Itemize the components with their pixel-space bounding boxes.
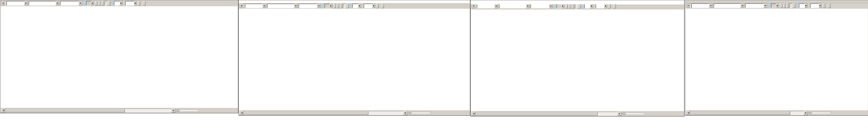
bars-stepper[interactable]	[364, 4, 375, 8]
spin-updown-icon[interactable]	[120, 1, 123, 5]
scroll-right-button[interactable]	[804, 111, 808, 115]
multi-symbol-button[interactable]	[828, 3, 830, 8]
multi-symbol-button[interactable]	[143, 1, 146, 5]
dropdown-arrow-icon[interactable]	[549, 4, 553, 8]
zoom-slider[interactable]	[408, 112, 430, 114]
scroll-right-button[interactable]	[617, 112, 621, 116]
dropdown-arrow-icon[interactable]	[294, 4, 298, 8]
multi-symbol-button[interactable]	[381, 4, 384, 8]
scroll-thumb[interactable]	[690, 111, 790, 115]
bars-stepper[interactable]	[125, 1, 137, 5]
contract-combo[interactable]	[745, 3, 767, 8]
scroll-track[interactable]	[244, 111, 403, 115]
scroll-left-button[interactable]	[471, 112, 475, 116]
dropdown-arrow-icon[interactable]	[24, 1, 28, 5]
spin-updown-icon[interactable]	[561, 4, 564, 8]
period-day-button[interactable]	[780, 3, 782, 8]
scroll-thumb[interactable]	[5, 109, 125, 112]
spin-updown-icon[interactable]	[805, 4, 808, 8]
period-week-button[interactable]	[783, 3, 785, 8]
contract-combo[interactable]	[531, 4, 553, 8]
dropdown-arrow-icon[interactable]	[56, 1, 59, 5]
style-combo[interactable]	[686, 3, 691, 8]
scroll-thumb[interactable]	[244, 111, 368, 115]
spin-updown-icon[interactable]	[91, 1, 94, 5]
style-combo[interactable]	[1, 1, 6, 5]
dropdown-arrow-icon[interactable]	[686, 4, 690, 8]
dropdown-arrow-icon[interactable]	[494, 4, 498, 8]
period-day-button[interactable]	[565, 4, 568, 8]
scroll-track[interactable]	[475, 112, 617, 116]
minute-stepper[interactable]	[352, 4, 361, 8]
period-month-button[interactable]	[572, 4, 574, 8]
dropdown-arrow-icon[interactable]	[526, 4, 530, 8]
dropdown-arrow-icon[interactable]	[472, 4, 475, 8]
zoom-slider-thumb[interactable]	[177, 110, 179, 111]
category-combo[interactable]	[6, 1, 28, 5]
zoom-slider-thumb[interactable]	[623, 113, 625, 115]
zoom-slider[interactable]	[622, 113, 645, 115]
bar-count-stepper[interactable]	[556, 4, 564, 8]
scroll-left-button[interactable]	[1, 109, 5, 112]
spin-updown-icon[interactable]	[776, 4, 779, 8]
dropdown-arrow-icon[interactable]	[741, 4, 744, 8]
spin-updown-icon[interactable]	[329, 4, 332, 8]
spin-updown-icon[interactable]	[134, 1, 137, 5]
bars-stepper[interactable]	[596, 4, 607, 8]
scroll-left-button[interactable]	[239, 111, 243, 115]
category-combo[interactable]	[477, 4, 498, 8]
scroll-thumb[interactable]	[476, 112, 598, 115]
dropdown-arrow-icon[interactable]	[240, 4, 244, 8]
apply-button[interactable]	[608, 4, 611, 8]
instrument-combo[interactable]	[714, 3, 744, 8]
period-minute-button[interactable]	[575, 4, 578, 8]
period-week-button[interactable]	[337, 4, 339, 8]
contract-combo[interactable]	[60, 1, 83, 5]
scroll-right-button[interactable]	[171, 109, 175, 112]
apply-button[interactable]	[138, 1, 140, 5]
category-combo[interactable]	[691, 3, 713, 8]
apply-button[interactable]	[823, 3, 825, 8]
scroll-right-button[interactable]	[403, 111, 407, 115]
period-tick-button[interactable]	[578, 4, 581, 8]
style-combo[interactable]	[472, 4, 476, 8]
style-combo[interactable]	[240, 4, 244, 8]
period-minute-button[interactable]	[789, 3, 792, 8]
scroll-track[interactable]	[690, 111, 804, 115]
period-month-button[interactable]	[786, 3, 789, 8]
period-month-button[interactable]	[101, 1, 104, 5]
instrument-combo[interactable]	[499, 4, 530, 8]
minute-stepper[interactable]	[584, 4, 593, 8]
zoom-slider-thumb[interactable]	[408, 112, 411, 114]
minute-stepper[interactable]	[799, 3, 808, 8]
instrument-combo[interactable]	[29, 1, 59, 5]
period-tick-button[interactable]	[793, 3, 795, 8]
spin-updown-icon[interactable]	[604, 4, 607, 8]
dropdown-arrow-icon[interactable]	[317, 4, 321, 8]
period-minute-button[interactable]	[343, 4, 345, 8]
bar-count-stepper[interactable]	[324, 4, 333, 8]
dropdown-arrow-icon[interactable]	[1, 1, 5, 5]
bar-count-stepper[interactable]	[771, 3, 779, 8]
spin-updown-icon[interactable]	[372, 4, 375, 8]
spin-updown-icon[interactable]	[819, 4, 822, 8]
period-tick-button[interactable]	[108, 1, 110, 5]
minute-stepper[interactable]	[114, 1, 123, 5]
period-minute-button[interactable]	[105, 1, 107, 5]
bar-count-stepper[interactable]	[86, 1, 94, 5]
period-week-button[interactable]	[98, 1, 101, 5]
period-day-button[interactable]	[333, 4, 336, 8]
contract-combo[interactable]	[299, 4, 321, 8]
dropdown-arrow-icon[interactable]	[764, 4, 767, 8]
zoom-slider[interactable]	[809, 112, 831, 114]
scroll-track[interactable]	[5, 109, 171, 112]
period-day-button[interactable]	[95, 1, 97, 5]
apply-button[interactable]	[376, 4, 379, 8]
category-combo[interactable]	[245, 4, 266, 8]
dropdown-arrow-icon[interactable]	[262, 4, 266, 8]
multi-symbol-button[interactable]	[613, 4, 616, 8]
period-week-button[interactable]	[568, 4, 571, 8]
scroll-left-button[interactable]	[686, 111, 690, 115]
spin-updown-icon[interactable]	[590, 4, 593, 8]
period-month-button[interactable]	[340, 4, 342, 8]
